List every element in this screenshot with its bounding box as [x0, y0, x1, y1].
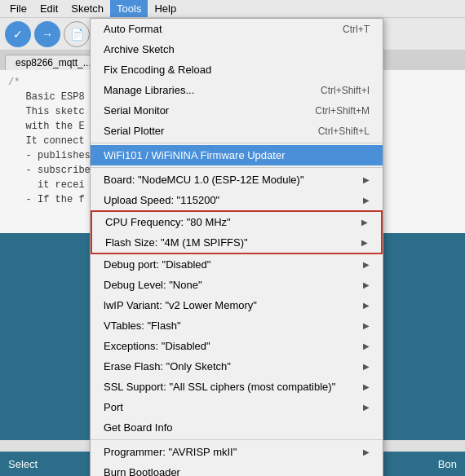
menu-edit[interactable]: Edit — [33, 0, 64, 17]
dropdown-item-label-14: Debug Level: "None" — [104, 279, 202, 291]
dropdown-item-1[interactable]: Archive Sketch — [91, 39, 383, 60]
dropdown-item-label-9: Board: "NodeMCU 1.0 (ESP-12E Module)" — [104, 174, 304, 186]
dropdown-item-label-13: Debug port: "Disabled" — [104, 258, 210, 271]
dropdown-item-label-12: Flash Size: "4M (1M SPIFFS)" — [105, 236, 248, 249]
dropdown-item-label-7: WiFi101 / WiFiNINA Firmware Updater — [104, 149, 285, 161]
dropdown-item-3[interactable]: Manage Libraries...Ctrl+Shift+I — [91, 80, 383, 100]
dropdown-item-15[interactable]: lwIP Variant: "v2 Lower Memory"▶ — [91, 295, 383, 315]
shortcut-4: Ctrl+Shift+M — [315, 105, 370, 117]
dropdown-item-9[interactable]: Board: "NodeMCU 1.0 (ESP-12E Module)"▶ — [91, 170, 383, 190]
verify-button[interactable]: ✓ — [5, 21, 31, 47]
dropdown-item-label-0: Auto Format — [104, 23, 162, 35]
dropdown-item-13[interactable]: Debug port: "Disabled"▶ — [91, 254, 383, 275]
dropdown-item-23[interactable]: Programmer: "AVRISP mkII"▶ — [91, 442, 383, 462]
dropdown-item-label-2: Fix Encoding & Reload — [104, 64, 211, 76]
dropdown-separator-22 — [91, 439, 383, 440]
submenu-arrow-icon-10: ▶ — [363, 196, 370, 205]
dropdown-item-4[interactable]: Serial MonitorCtrl+Shift+M — [91, 100, 383, 121]
dropdown-item-11[interactable]: CPU Frequency: "80 MHz"▶ — [92, 212, 381, 232]
dropdown-item-16[interactable]: VTables: "Flash"▶ — [91, 315, 383, 336]
dropdown-item-19[interactable]: SSL Support: "All SSL ciphers (most comp… — [91, 377, 383, 397]
submenu-arrow-icon-17: ▶ — [363, 342, 370, 350]
tools-dropdown: Auto FormatCtrl+TArchive SketchFix Encod… — [90, 18, 383, 476]
outlined-group: CPU Frequency: "80 MHz"▶Flash Size: "4M … — [91, 210, 383, 254]
submenu-arrow-icon-9: ▶ — [363, 175, 370, 184]
dropdown-item-7[interactable]: WiFi101 / WiFiNINA Firmware Updater — [91, 145, 383, 165]
shortcut-3: Ctrl+Shift+I — [321, 85, 370, 96]
dropdown-item-0[interactable]: Auto FormatCtrl+T — [91, 19, 383, 39]
dropdown-item-20[interactable]: Port▶ — [91, 397, 383, 417]
dropdown-item-label-3: Manage Libraries... — [104, 84, 194, 96]
upload-button[interactable]: → — [34, 21, 60, 47]
dropdown-item-label-16: VTables: "Flash" — [104, 320, 181, 332]
dropdown-item-5[interactable]: Serial PlotterCtrl+Shift+L — [91, 121, 383, 141]
submenu-arrow-icon-12: ▶ — [361, 238, 368, 247]
menu-bar: File Edit Sketch Tools Help — [0, 0, 465, 18]
bon-label: Bon — [438, 458, 457, 470]
submenu-arrow-icon-13: ▶ — [363, 260, 370, 269]
dropdown-item-label-11: CPU Frequency: "80 MHz" — [105, 216, 231, 228]
menu-file[interactable]: File — [3, 0, 33, 17]
dropdown-separator-6 — [91, 143, 383, 143]
submenu-arrow-icon-15: ▶ — [363, 301, 370, 310]
dropdown-item-24[interactable]: Burn Bootloader — [91, 462, 383, 476]
select-button[interactable]: Select — [8, 458, 38, 470]
menu-help[interactable]: Help — [148, 0, 183, 17]
submenu-arrow-icon-14: ▶ — [363, 280, 370, 289]
dropdown-item-label-10: Upload Speed: "115200" — [104, 194, 219, 206]
dropdown-item-2[interactable]: Fix Encoding & Reload — [91, 60, 383, 80]
dropdown-item-label-19: SSL Support: "All SSL ciphers (most comp… — [104, 381, 335, 393]
tab-main[interactable]: esp8266_mqtt_... — [5, 55, 102, 70]
submenu-arrow-icon-18: ▶ — [363, 362, 370, 371]
shortcut-0: Ctrl+T — [343, 24, 370, 35]
submenu-arrow-icon-19: ▶ — [363, 382, 370, 391]
submenu-arrow-icon-23: ▶ — [363, 447, 370, 456]
dropdown-item-label-21: Get Board Info — [104, 421, 173, 434]
submenu-arrow-icon-20: ▶ — [363, 403, 370, 412]
new-file-button[interactable]: 📄 — [64, 21, 90, 47]
dropdown-item-10[interactable]: Upload Speed: "115200"▶ — [91, 190, 383, 210]
dropdown-item-12[interactable]: Flash Size: "4M (1M SPIFFS)"▶ — [92, 232, 381, 253]
submenu-arrow-icon-11: ▶ — [361, 218, 368, 227]
dropdown-item-label-15: lwIP Variant: "v2 Lower Memory" — [104, 299, 257, 311]
dropdown-item-21[interactable]: Get Board Info — [91, 417, 383, 438]
dropdown-item-14[interactable]: Debug Level: "None"▶ — [91, 275, 383, 295]
dropdown-item-17[interactable]: Exceptions: "Disabled"▶ — [91, 336, 383, 356]
submenu-arrow-icon-16: ▶ — [363, 321, 370, 330]
dropdown-item-label-4: Serial Monitor — [104, 104, 169, 117]
dropdown-item-label-1: Archive Sketch — [104, 43, 175, 55]
dropdown-item-label-23: Programmer: "AVRISP mkII" — [104, 446, 237, 458]
dropdown-separator-8 — [91, 167, 383, 168]
shortcut-5: Ctrl+Shift+L — [318, 126, 370, 137]
dropdown-item-label-17: Exceptions: "Disabled" — [104, 340, 210, 352]
dropdown-item-label-5: Serial Plotter — [104, 125, 164, 137]
menu-sketch[interactable]: Sketch — [64, 0, 110, 17]
dropdown-item-label-24: Burn Bootloader — [104, 466, 180, 476]
dropdown-item-18[interactable]: Erase Flash: "Only Sketch"▶ — [91, 356, 383, 377]
dropdown-item-label-18: Erase Flash: "Only Sketch" — [104, 360, 231, 372]
dropdown-item-label-20: Port — [104, 401, 123, 413]
menu-tools[interactable]: Tools — [110, 0, 148, 17]
